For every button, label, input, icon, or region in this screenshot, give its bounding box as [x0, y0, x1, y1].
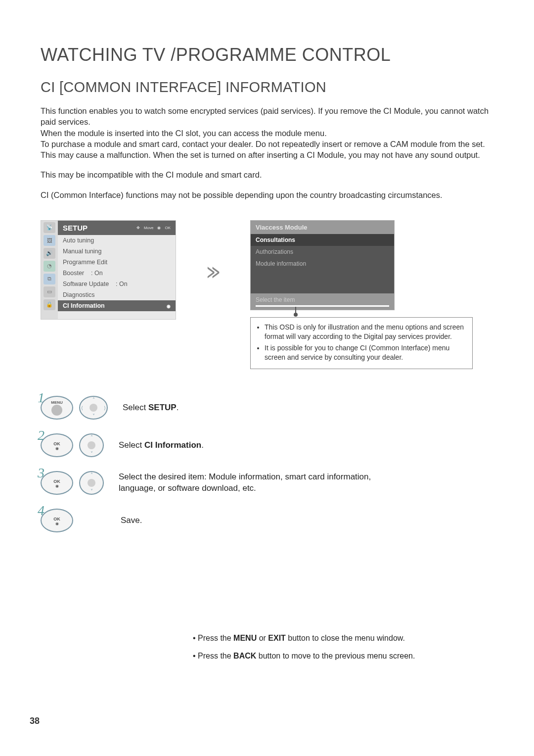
remote-ok-button[interactable]: OK ◉ [41, 433, 73, 457]
menu-icon-picture: 🖼 [44, 235, 55, 246]
selected-dot-icon [167, 302, 171, 309]
intro-line2: When the module is inserted into the CI … [41, 129, 327, 138]
ok-label: OK [165, 226, 171, 230]
page-title: WATCHING TV /PROGRAMME CONTROL [41, 45, 499, 65]
footer-line-1: • Press the MENU or EXIT button to close… [193, 634, 415, 643]
remote-menu-button[interactable]: MENU [41, 396, 73, 420]
move-icon: ✥ [136, 226, 140, 230]
dpad-center-icon [89, 404, 97, 412]
ok-dot-icon: ◉ [55, 521, 59, 526]
step-4: 4 OK ◉ Save. [41, 509, 499, 532]
remote-dpad[interactable]: ˄ ˅ ⟨ ⟩ [79, 396, 108, 420]
menu-item-software-update[interactable]: Software Update : On [58, 279, 176, 289]
intro-text: This function enables you to watch some … [41, 105, 499, 160]
intro-line1: This function enables you to watch some … [41, 106, 489, 126]
step-2: 2 OK ◉ ˄ ˅ Select CI Information. [41, 433, 499, 457]
text: . [201, 440, 204, 450]
ok-dot-icon: ◉ [55, 446, 59, 451]
viaccess-body-area [251, 270, 394, 293]
menu-nav-hint: ✥ Move ◉ OK [136, 226, 171, 230]
footer-notes: • Press the MENU or EXIT button to close… [193, 634, 415, 669]
ok-dot-icon: ◉ [55, 484, 59, 488]
ok-dot-icon: ◉ [157, 226, 161, 230]
chevron-up-icon: ˄ [90, 434, 93, 440]
chevron-up-icon: ˄ [92, 397, 95, 402]
ok-button-label: OK [53, 517, 60, 521]
menu-item-programme-edit[interactable]: Programme Edit [58, 257, 176, 268]
osd-note-box: This OSD is only for illustration and th… [250, 317, 473, 370]
menu-item-value: : On [116, 281, 128, 287]
step-number: 1 [38, 390, 44, 406]
osd-note-1: This OSD is only for illustration and th… [265, 323, 465, 341]
chevron-down-icon: ˅ [90, 488, 93, 494]
text: • Press the [193, 634, 233, 642]
step-1: 1 MENU ˄ ˅ ⟨ ⟩ Select SETUP. [41, 396, 499, 420]
ok-button-label: OK [53, 479, 60, 484]
text-bold: CI Information [144, 440, 201, 450]
menu-icon-column: 📡 🖼 🔊 ◔ ⧉ ▭ 🔒 [41, 221, 58, 319]
menu-item-label: Programme Edit [63, 259, 107, 266]
step-2-text: Select CI Information. [119, 440, 204, 450]
osd-note-2: It is possible for you to change CI (Com… [265, 343, 465, 362]
setup-menu-panel: 📡 🖼 🔊 ◔ ⧉ ▭ 🔒 SETUP ✥ Move ◉ OK [41, 220, 176, 320]
step-number: 2 [38, 427, 44, 443]
text: button to close the menu window. [286, 634, 405, 642]
menu-item-manual-tuning[interactable]: Manual tuning [58, 246, 176, 257]
viaccess-row-module-info[interactable]: Module information [251, 258, 394, 270]
section-heading: CI [COMMON INTERFACE] INFORMATION [41, 79, 499, 95]
chevron-down-icon: ˅ [90, 451, 93, 456]
text: • Press the [193, 652, 233, 660]
menu-item-auto-tuning[interactable]: Auto tuning [58, 235, 176, 246]
viaccess-module-panel: Viaccess Module Consultations Authorizat… [250, 220, 395, 310]
text: Select [123, 403, 148, 412]
remote-dpad-vert[interactable]: ˄ ˅ [79, 433, 104, 457]
chevron-left-icon: ⟨ [81, 405, 83, 411]
step-number: 3 [38, 465, 44, 481]
manual-page: WATCHING TV /PROGRAMME CONTROL CI [COMMO… [0, 0, 534, 756]
text-bold: BACK [233, 652, 256, 660]
menu-item-label: Diagnostics [63, 291, 95, 298]
viaccess-column: Viaccess Module Consultations Authorizat… [250, 220, 473, 370]
viaccess-hint: Select the item [251, 293, 394, 305]
step-3-text: Select the desired item: Module informat… [119, 472, 376, 494]
chevron-right-icon: ⟩ [104, 405, 106, 411]
menu-spacer [58, 311, 176, 319]
menu-item-ci-information[interactable]: CI Information [58, 300, 176, 311]
text-bold: EXIT [268, 634, 286, 642]
text-bold: SETUP [148, 403, 177, 412]
steps-list: 1 MENU ˄ ˅ ⟨ ⟩ Select SETUP. 2 OK ◉ [41, 396, 499, 532]
step-1-text: Select SETUP. [123, 403, 178, 413]
dpad-center-icon [88, 441, 95, 449]
menu-icon-time: ◔ [44, 261, 55, 272]
menu-button-label: MENU [51, 400, 63, 405]
footer-line-2: • Press the BACK button to move to the p… [193, 652, 415, 661]
chevron-down-icon: ˅ [92, 413, 95, 419]
menu-item-label: Software Update [63, 281, 109, 287]
menu-header-text: SETUP [63, 224, 88, 232]
viaccess-row-consultations[interactable]: Consultations [251, 234, 394, 246]
chevron-up-icon: ˄ [90, 472, 93, 477]
text-bold: MENU [233, 634, 257, 642]
viaccess-progress-line [256, 305, 389, 307]
viaccess-row-authorizations[interactable]: Authorizations [251, 246, 394, 258]
menu-item-diagnostics[interactable]: Diagnostics [58, 289, 176, 300]
double-chevron-right-icon: ≫ [207, 261, 220, 284]
compat-text: This may be incompatible with the CI mod… [41, 169, 499, 180]
remote-ok-button[interactable]: OK ◉ [41, 509, 73, 532]
remote-ok-button[interactable]: OK ◉ [41, 471, 73, 495]
menu-item-label: Auto tuning [63, 237, 94, 244]
menu-header: SETUP ✥ Move ◉ OK [58, 221, 176, 235]
menu-item-label: Manual tuning [63, 248, 102, 255]
move-label: Move [144, 226, 154, 230]
step-number: 4 [38, 503, 44, 519]
step-4-text: Save. [121, 516, 142, 525]
remote-dpad-vert[interactable]: ˄ ˅ [79, 471, 104, 495]
menu-item-booster[interactable]: Booster : On [58, 268, 176, 279]
menu-icon-audio: 🔊 [44, 248, 55, 259]
illustration-row: 📡 🖼 🔊 ◔ ⧉ ▭ 🔒 SETUP ✥ Move ◉ OK [41, 220, 499, 370]
menu-item-label: CI Information [63, 302, 105, 309]
menu-icon-option: ⧉ [44, 274, 55, 284]
text: . [177, 403, 179, 412]
arrow-between-panels: ≫ [176, 220, 250, 280]
text: Select [119, 440, 144, 450]
